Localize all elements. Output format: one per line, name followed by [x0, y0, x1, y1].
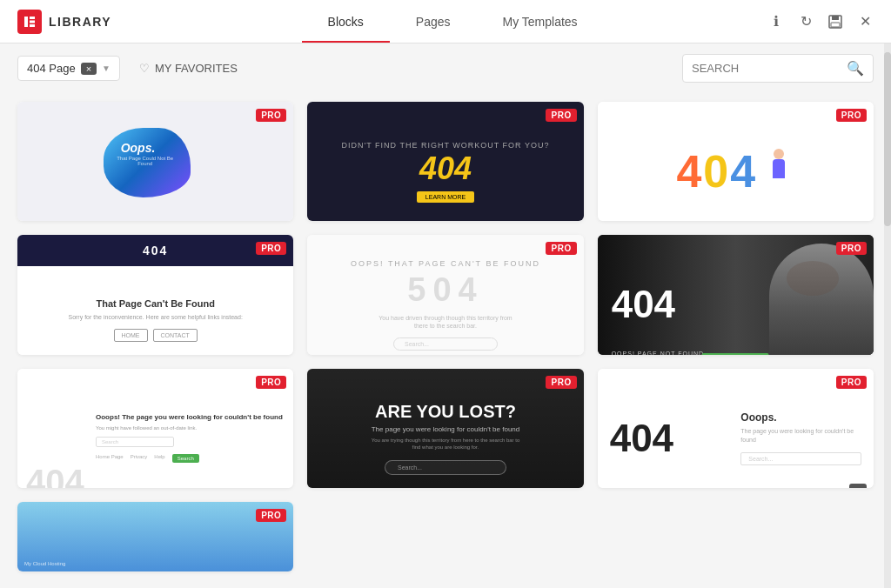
close-icon[interactable]: ✕	[856, 13, 874, 30]
card-10-preview: My Cloud Hosting	[17, 502, 293, 571]
tab-blocks[interactable]: Blocks	[302, 3, 390, 43]
info-icon[interactable]: ℹ	[767, 13, 785, 30]
card-4-btns: HOME CONTACT	[114, 329, 198, 342]
card-2-title: DIDN'T FIND THE RIGHT WORKOUT FOR YOU?	[342, 141, 550, 150]
search-input[interactable]	[692, 62, 841, 75]
card-8-search: Search...	[385, 460, 506, 475]
card-3-body	[773, 159, 785, 178]
card-4-preview: 404 That Page Can't Be Found Sorry for t…	[17, 235, 293, 354]
favorites-button[interactable]: ♡ MY FAVORITES	[131, 57, 246, 80]
svg-rect-1	[30, 17, 35, 19]
card-5-label: OOPS! THAT PAGE CAN'T BE FOUND	[351, 259, 540, 268]
card-7-title: Ooops! The page you were looking for cou…	[96, 413, 285, 421]
card-7-preview: 404 Ooops! The page you were looking for…	[17, 369, 293, 488]
card-9-title: Ooops.	[740, 411, 861, 424]
pro-badge-7: PRO	[256, 376, 286, 389]
template-card-6[interactable]: 404 OOPS! PAGE NOT FOUND GO BACK TO HOME…	[598, 235, 874, 354]
card-9-left: 404	[610, 419, 731, 458]
card-4-subtitle: Sorry for the inconvenience. Here are so…	[68, 314, 242, 320]
card-8-title: ARE YOU LOST?	[375, 402, 516, 422]
card-3-preview: 4 0 4 Never could find this page. Go to …	[598, 102, 874, 221]
svg-rect-6	[831, 23, 840, 27]
card-3-num-4b: 4	[730, 149, 755, 194]
pro-badge-4: PRO	[256, 242, 286, 255]
card-4-body: That Page Can't Be Found Sorry for the i…	[17, 266, 293, 354]
favorites-label: MY FAVORITES	[155, 62, 238, 75]
pro-badge-3: PRO	[836, 109, 867, 122]
card-7-links: Home Page Privacy Help Search	[96, 454, 285, 463]
card-1-preview: Oops. That Page Could Not Be Found	[17, 102, 293, 221]
pro-badge-8: PRO	[546, 376, 576, 389]
pro-badge-9: PRO	[836, 376, 867, 389]
template-card-8[interactable]: ARE YOU LOST? The page you were looking …	[307, 369, 583, 488]
scrollbar-track	[884, 43, 891, 588]
card-3-head	[774, 149, 784, 159]
card-9-right: Ooops. The page you were looking for cou…	[740, 411, 861, 465]
card-9-number: 404	[610, 419, 731, 458]
pro-badge-10: PRO	[256, 509, 286, 522]
pro-badge-5: PRO	[546, 242, 576, 255]
tab-pages[interactable]: Pages	[390, 3, 477, 43]
filter-label: 404 Page	[27, 62, 76, 75]
svg-rect-3	[30, 24, 35, 27]
svg-rect-2	[30, 20, 35, 23]
tab-my-templates[interactable]: My Templates	[477, 3, 604, 43]
pro-badge-6: PRO	[836, 242, 867, 255]
card-6-btn: GO BACK TO HOME	[702, 353, 769, 354]
card-5-preview: OOPS! THAT PAGE CAN'T BE FOUND 504 You h…	[307, 235, 583, 354]
refresh-icon[interactable]: ↻	[797, 13, 814, 30]
pro-badge-2: PRO	[546, 109, 576, 122]
card-7-btn: Search	[172, 454, 199, 463]
card-5-number: 504	[407, 271, 483, 309]
card-8-subtitle: The page you were looking for couldn't b…	[372, 425, 520, 433]
card-7-number: 404	[26, 464, 84, 488]
svg-rect-5	[832, 16, 839, 20]
card-10-text: My Cloud Hosting	[24, 561, 65, 566]
template-card-2[interactable]: DIDN'T FIND THE RIGHT WORKOUT FOR YOU? 4…	[307, 102, 583, 221]
card-6-face	[769, 244, 874, 354]
search-area[interactable]: 🔍	[682, 54, 874, 83]
link-privacy: Privacy	[131, 454, 148, 463]
search-icon: 🔍	[847, 60, 864, 77]
card-1-inner: Oops. That Page Could Not Be Found	[77, 119, 234, 221]
template-card-5[interactable]: OOPS! THAT PAGE CAN'T BE FOUND 504 You h…	[307, 235, 583, 354]
card-8-preview: ARE YOU LOST? The page you were looking …	[307, 369, 583, 488]
template-card-1[interactable]: Oops. That Page Could Not Be Found PRO	[17, 102, 293, 221]
card-7-search: Search	[96, 437, 174, 447]
card-6-text: OOPS! PAGE NOT FOUND	[612, 351, 704, 354]
filter-dropdown[interactable]: 404 Page × ▼	[17, 56, 120, 81]
card-5-search: Search...	[393, 337, 498, 351]
template-card-10[interactable]: My Cloud Hosting PRO	[17, 502, 293, 571]
library-title: LIBRARY	[49, 15, 111, 29]
template-card-4[interactable]: 404 That Page Can't Be Found Sorry for t…	[17, 235, 293, 354]
pro-badge-1: PRO	[256, 109, 286, 122]
card-3-number-group: 4 0 4	[676, 149, 755, 194]
template-card-7[interactable]: 404 Ooops! The page you were looking for…	[17, 369, 293, 488]
template-card-3[interactable]: 4 0 4 Never could find this page. Go to …	[598, 102, 874, 221]
card-7-desc: You might have followed an out-of-date l…	[96, 424, 285, 431]
toolbar: 404 Page × ▼ ♡ MY FAVORITES 🔍	[0, 43, 891, 93]
card-2-preview: DIDN'T FIND THE RIGHT WORKOUT FOR YOU? 4…	[307, 102, 583, 221]
card-4-title: That Page Can't Be Found	[96, 298, 214, 309]
card-9-icon: ⊞	[849, 484, 867, 488]
link-help: Help	[154, 454, 164, 463]
nav-tabs: Blocks Pages My Templates	[137, 2, 767, 42]
header-actions: ℹ ↻ ✕	[767, 13, 874, 30]
template-grid: Oops. That Page Could Not Be Found PRO D…	[0, 93, 891, 588]
heart-icon: ♡	[139, 62, 150, 75]
card-9-subtitle: The page you were looking for couldn't b…	[740, 427, 861, 445]
card-6-number: 404	[612, 285, 675, 324]
elementor-logo-icon	[17, 10, 42, 34]
card-3-num-4a: 4	[676, 149, 701, 194]
save-icon[interactable]	[827, 13, 844, 30]
scrollbar-thumb[interactable]	[884, 52, 891, 226]
card-5-desc: You have driven through though this terr…	[376, 314, 515, 331]
card-9-preview: 404 Ooops. The page you were looking for…	[598, 369, 874, 488]
card-4-btn-home: HOME	[114, 329, 148, 342]
card-2-btn: LEARN MORE	[417, 191, 474, 203]
card-2-number: 404	[419, 153, 472, 184]
template-card-9[interactable]: 404 Ooops. The page you were looking for…	[598, 369, 874, 488]
card-4-btn-contact: CONTACT	[153, 329, 198, 342]
filter-remove-tag[interactable]: ×	[81, 63, 97, 75]
card-4-header: 404	[17, 235, 293, 266]
